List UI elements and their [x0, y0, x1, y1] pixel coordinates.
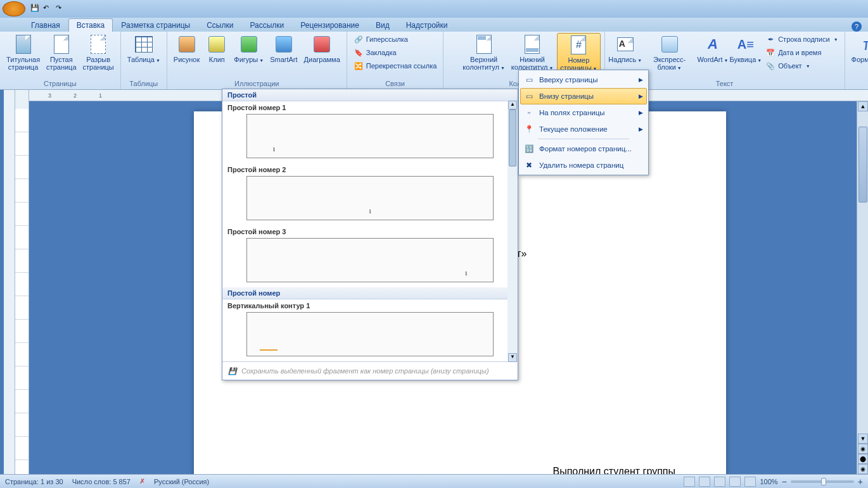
- gallery-preview: 1: [246, 238, 494, 282]
- object-button[interactable]: 📎Объект▼: [763, 59, 840, 72]
- redo-icon[interactable]: ↷: [56, 4, 66, 14]
- menu-bottom-label: Внизу страницы: [539, 92, 594, 100]
- gallery-item-simple-3[interactable]: Простой номер 3 1: [222, 225, 518, 287]
- status-page[interactable]: Страница: 1 из 30: [5, 478, 63, 485]
- zoom-level[interactable]: 100%: [760, 478, 777, 485]
- gallery-item-label: Простой номер 1: [227, 104, 513, 111]
- header-button[interactable]: Верхний колонтитул▼: [460, 33, 507, 72]
- browse-object-icon[interactable]: ⬤: [858, 454, 868, 464]
- group-symbols-label: Символы: [849, 79, 868, 88]
- menu-bottom-of-page[interactable]: ▭ Внизу страницы ▶: [520, 88, 647, 104]
- chevron-right-icon: ▶: [639, 126, 643, 132]
- menu-format-page-numbers[interactable]: 🔢 Формат номеров страниц...: [520, 141, 647, 157]
- view-full-screen[interactable]: [699, 477, 710, 487]
- status-words[interactable]: Число слов: 5 857: [72, 478, 131, 485]
- table-label: Таблица▼: [127, 56, 160, 63]
- quickparts-button[interactable]: Экспресс-блоки▼: [643, 33, 696, 72]
- vertical-scrollbar[interactable]: ▲ ▼ ◉ ⬤ ◉: [857, 101, 868, 474]
- menu-current-position[interactable]: 📍 Текущее положение ▶: [520, 121, 647, 137]
- remove-icon: ✖: [524, 160, 534, 170]
- crossref-label: Перекрестная ссылка: [366, 62, 437, 70]
- quick-access-toolbar: 💾 ↶ ↷: [30, 4, 66, 14]
- gallery-scrollbar[interactable]: ▲ ▼: [507, 101, 518, 362]
- doc-line: Выполнил студент группы: [245, 466, 675, 474]
- status-language[interactable]: Русский (Россия): [154, 478, 209, 485]
- tab-view[interactable]: Вид: [367, 18, 398, 32]
- page-break-label: Разрыв страницы: [83, 56, 114, 71]
- zoom-slider[interactable]: [791, 480, 854, 483]
- undo-icon[interactable]: ↶: [43, 4, 53, 14]
- equation-button[interactable]: π Формула▼: [849, 33, 868, 65]
- shapes-icon: [239, 34, 259, 54]
- scroll-down-arrow[interactable]: ▼: [858, 434, 868, 444]
- sigline-label: Строка подписи: [778, 35, 829, 43]
- ruler-toggle[interactable]: [4, 90, 15, 474]
- menu-top-of-page[interactable]: ▭ Вверху страницы ▶: [520, 72, 647, 88]
- zoom-out-button[interactable]: −: [782, 477, 787, 487]
- gallery-preview: 1: [246, 114, 494, 158]
- view-web-layout[interactable]: [714, 477, 725, 487]
- table-button[interactable]: Таблица▼: [125, 33, 163, 65]
- menu-separator: [538, 139, 629, 139]
- shapes-label: Фигуры▼: [234, 56, 264, 63]
- wordart-button[interactable]: A WordArt▼: [697, 33, 728, 65]
- picture-icon: [177, 34, 197, 54]
- office-button[interactable]: [3, 1, 25, 16]
- footer-button[interactable]: Нижний колонтитул▼: [509, 33, 556, 72]
- zoom-thumb[interactable]: [821, 478, 826, 485]
- chart-button[interactable]: Диаграмма: [302, 33, 343, 65]
- crossref-icon: 🔀: [354, 61, 364, 71]
- hyperlink-button[interactable]: 🔗Гиперссылка: [351, 33, 440, 46]
- group-illustrations-label: Иллюстрации: [171, 79, 343, 88]
- scroll-up-arrow[interactable]: ▲: [858, 101, 868, 111]
- ribbon: Титульная страница Пустая страница Разры…: [0, 32, 868, 90]
- gallery-scroll-thumb[interactable]: [509, 109, 516, 166]
- save-icon[interactable]: 💾: [30, 4, 41, 14]
- clip-button[interactable]: Клип: [203, 33, 230, 65]
- next-page-icon[interactable]: ◉: [858, 464, 868, 474]
- bookmark-button[interactable]: 🔖Закладка: [351, 46, 440, 59]
- smartart-icon: [274, 34, 294, 54]
- dropcap-button[interactable]: A≡ Буквица▼: [730, 33, 762, 65]
- blank-page-button[interactable]: Пустая страница: [44, 33, 79, 72]
- scroll-thumb[interactable]: [858, 127, 867, 203]
- datetime-button[interactable]: 📅Дата и время: [763, 46, 840, 59]
- datetime-icon: 📅: [765, 47, 775, 58]
- tab-insert[interactable]: Вставка: [68, 18, 113, 32]
- shapes-button[interactable]: Фигуры▼: [231, 33, 266, 65]
- gallery-scroll-up[interactable]: ▲: [508, 101, 517, 109]
- gallery-item-simple-2[interactable]: Простой номер 2 1: [222, 163, 518, 225]
- tab-review[interactable]: Рецензирование: [292, 18, 367, 32]
- smartart-label: SmartArt: [270, 56, 297, 63]
- page-number-button[interactable]: # Номер страницы▼: [557, 33, 600, 73]
- menu-remove-label: Удалить номера страниц: [539, 161, 623, 169]
- zoom-in-button[interactable]: +: [858, 477, 863, 487]
- tab-page-layout[interactable]: Разметка страницы: [113, 18, 198, 32]
- view-outline[interactable]: [729, 477, 741, 487]
- sigline-button[interactable]: ✒Строка подписи▼: [763, 33, 840, 46]
- menu-remove-page-numbers[interactable]: ✖ Удалить номера страниц: [520, 157, 647, 173]
- group-links: 🔗Гиперссылка 🔖Закладка 🔀Перекрестная ссы…: [347, 32, 444, 89]
- cover-page-button[interactable]: Титульная страница: [4, 33, 42, 72]
- tab-home[interactable]: Главная: [23, 18, 68, 32]
- smartart-button[interactable]: SmartArt: [267, 33, 300, 65]
- prev-page-icon[interactable]: ◉: [858, 444, 868, 454]
- crossref-button[interactable]: 🔀Перекрестная ссылка: [351, 59, 440, 72]
- tab-references[interactable]: Ссылки: [198, 18, 241, 32]
- view-draft[interactable]: [744, 477, 756, 487]
- gallery-item-simple-1[interactable]: Простой номер 1 1: [222, 101, 518, 163]
- view-print-layout[interactable]: [684, 477, 695, 487]
- tab-mailings[interactable]: Рассылки: [241, 18, 292, 32]
- bookmark-label: Закладка: [366, 49, 397, 56]
- tab-addins[interactable]: Надстройки: [398, 18, 456, 32]
- gallery-scroll-down[interactable]: ▼: [508, 353, 517, 362]
- textbox-label: Надпись▼: [608, 56, 642, 63]
- page-break-button[interactable]: Разрыв страницы: [80, 33, 117, 72]
- textbox-button[interactable]: A Надпись▼: [609, 33, 642, 65]
- help-icon[interactable]: ?: [852, 22, 862, 32]
- menu-page-margins[interactable]: ▫ На полях страницы ▶: [520, 104, 647, 121]
- picture-button[interactable]: Рисунок: [171, 33, 203, 65]
- status-spellcheck-icon[interactable]: ✗: [139, 477, 145, 485]
- gallery-item-vertical-1[interactable]: Вертикальный контур 1: [222, 299, 518, 361]
- sigline-icon: ✒: [765, 34, 775, 44]
